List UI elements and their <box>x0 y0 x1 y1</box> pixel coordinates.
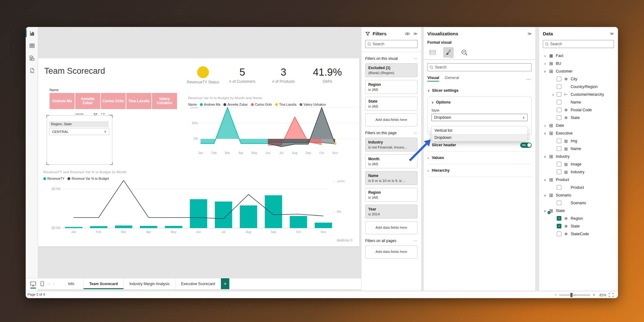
format-tab[interactable]: General <box>445 75 459 82</box>
field-checkbox[interactable] <box>557 77 561 81</box>
more-options-icon[interactable]: ⋯ <box>413 56 417 61</box>
report-view-icon[interactable] <box>26 27 38 39</box>
page-tab[interactable]: Info <box>59 278 84 289</box>
collapse-pane-icon[interactable]: ≫ <box>610 31 614 36</box>
field-tree-row[interactable]: City <box>543 75 614 83</box>
zoom-slider-handle[interactable] <box>570 293 573 297</box>
field-tree-row[interactable]: Executive <box>543 129 614 137</box>
prev-page-arrow-icon[interactable]: ‹ <box>48 281 50 286</box>
filter-card[interactable]: Industryis not Financial, Insura... <box>365 138 417 152</box>
eye-icon[interactable] <box>405 32 410 36</box>
analytics-icon[interactable] <box>459 47 469 58</box>
filter-card[interactable]: Regionis (All) <box>365 188 417 202</box>
field-checkbox[interactable] <box>557 92 561 97</box>
field-checkbox[interactable] <box>557 216 561 221</box>
search-input[interactable] <box>373 42 415 46</box>
fit-to-page-icon[interactable] <box>609 293 614 297</box>
filter-card[interactable]: Regionis (All) <box>365 80 417 94</box>
name-slicer-button[interactable]: Annelie Zubar <box>75 93 100 109</box>
expander-icon[interactable] <box>551 92 555 97</box>
build-visual-icon[interactable] <box>427 47 438 58</box>
field-checkbox[interactable] <box>557 185 561 190</box>
model-view-icon[interactable] <box>26 52 38 64</box>
field-tree-row[interactable]: Customer <box>543 67 614 75</box>
expander-icon[interactable] <box>543 178 547 182</box>
field-tree-row[interactable]: BU <box>543 60 614 67</box>
field-tree-row[interactable]: Country/Region <box>543 83 614 90</box>
filter-card[interactable]: Monthis (All) <box>365 154 417 168</box>
kpi-gm[interactable]: 41.9% GM% <box>310 67 344 84</box>
collapse-pane-icon[interactable]: ≫ <box>527 31 532 36</box>
new-page-button[interactable]: + <box>221 278 229 289</box>
field-checkbox[interactable] <box>557 108 561 112</box>
field-checkbox[interactable] <box>557 162 561 166</box>
slicer-settings-section[interactable]: ∨ Slicer settings <box>427 88 532 93</box>
more-options-icon[interactable]: ⋯ <box>413 131 417 135</box>
field-tree-row[interactable]: State <box>543 207 614 214</box>
format-section-row[interactable]: › Hierarchy <box>427 164 532 177</box>
zoom-slider[interactable] <box>559 295 590 295</box>
field-tree-row[interactable]: State <box>543 114 614 121</box>
field-tree-row[interactable]: Region <box>543 214 614 222</box>
field-tree-row[interactable]: CustomerHierarchy <box>543 90 614 98</box>
field-tree-row[interactable]: Scenario <box>543 191 614 199</box>
filter-card[interactable]: Add data fields here <box>365 221 417 234</box>
page-tab[interactable]: Industry Margin Analysis <box>124 278 175 289</box>
zoom-out-icon[interactable]: − <box>555 293 557 297</box>
format-section-row[interactable]: › Values <box>427 151 532 164</box>
next-page-arrow-icon[interactable]: › <box>53 281 54 286</box>
field-checkbox[interactable] <box>557 84 561 89</box>
filter-card[interactable]: Stateis (All) <box>365 97 417 111</box>
field-checkbox[interactable] <box>557 170 561 174</box>
format-search[interactable] <box>427 63 532 71</box>
field-checkbox[interactable] <box>557 100 561 104</box>
region-state-slicer[interactable]: Region, State CENTRAL ∨ <box>47 115 112 165</box>
filter-card[interactable]: Add data fields here <box>365 113 417 126</box>
options-section[interactable]: ∨ Options <box>431 100 528 104</box>
field-tree-row[interactable]: Name <box>543 98 614 106</box>
field-tree-row[interactable]: Date <box>543 121 614 129</box>
name-slicer-button[interactable]: Andrew Ma <box>50 93 75 109</box>
kpi-products[interactable]: 3 # of Products <box>266 67 300 84</box>
format-visual-icon[interactable] <box>443 47 454 58</box>
expander-icon[interactable] <box>543 131 547 135</box>
toggle-on[interactable]: On <box>520 143 532 148</box>
name-slicer-button[interactable]: Tina Lassila <box>126 93 151 109</box>
field-tree-row[interactable]: Scenario <box>543 199 614 207</box>
field-tree-row[interactable]: StateCode <box>543 230 614 238</box>
field-tree-row[interactable]: Fact <box>543 52 614 60</box>
style-option[interactable]: Dropdown <box>432 134 527 141</box>
dax-query-view-icon[interactable] <box>26 64 38 77</box>
mobile-view-icon[interactable] <box>41 281 44 286</box>
data-search[interactable] <box>543 40 614 48</box>
expander-icon[interactable] <box>543 61 547 66</box>
area-chart-visual[interactable]: Revenue Var % to Budget by Month and Nam… <box>188 96 359 158</box>
style-select[interactable]: Dropdown ∧ <box>431 114 528 121</box>
expander-icon[interactable] <box>543 209 547 213</box>
search-input[interactable] <box>435 65 529 69</box>
search-input[interactable] <box>550 42 612 46</box>
filter-card[interactable]: Add data fields here <box>365 245 417 258</box>
table-view-icon[interactable] <box>26 39 38 52</box>
more-options-icon[interactable]: ⋯ <box>413 239 417 243</box>
filter-card[interactable]: Yearis 2014 <box>365 205 417 218</box>
field-tree-row[interactable]: Name <box>543 145 614 152</box>
expander-icon[interactable] <box>543 193 547 197</box>
field-tree-row[interactable]: Image <box>543 160 614 168</box>
field-checkbox[interactable] <box>557 146 561 151</box>
filters-search[interactable] <box>365 40 417 48</box>
zoom-in-icon[interactable]: + <box>593 293 595 297</box>
format-tab[interactable]: Visual <box>427 75 439 82</box>
name-slicer-button[interactable]: Valery Ushakov <box>152 93 177 109</box>
field-tree-row[interactable]: Industry <box>543 168 614 176</box>
collapse-pane-icon[interactable]: ≫ <box>413 31 417 36</box>
page-tab[interactable]: Team Scorecard <box>84 278 124 289</box>
field-checkbox[interactable] <box>557 115 561 120</box>
kpi-revenuety-status[interactable]: RevenueTY Status <box>186 66 220 84</box>
expander-icon[interactable] <box>543 69 547 73</box>
field-tree-row[interactable]: Industry <box>543 152 614 160</box>
field-tree-row[interactable]: Img <box>543 137 614 145</box>
field-checkbox[interactable] <box>557 232 561 236</box>
field-checkbox[interactable] <box>557 201 561 205</box>
field-tree-row[interactable]: Product <box>543 183 614 191</box>
